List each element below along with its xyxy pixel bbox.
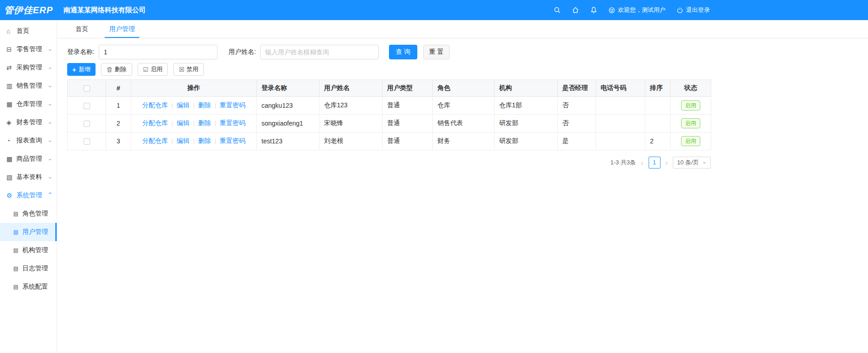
edit-link[interactable]: 编辑 xyxy=(168,137,189,144)
cell-login-name: cangku123 xyxy=(257,97,320,115)
delete-button[interactable]: 删除 xyxy=(101,63,132,76)
sidebar-item-basic-data[interactable]: ▧ 基本资料 ⌄ xyxy=(0,168,57,186)
tab-home[interactable]: 首页 xyxy=(71,20,93,38)
sidebar-item-home[interactable]: ⌂ 首页 xyxy=(0,22,57,40)
reset-button[interactable]: 重 置 xyxy=(423,45,450,59)
cell-sort xyxy=(645,97,671,115)
cell-login-name: test123 xyxy=(257,132,320,150)
sidebar-item-system[interactable]: ⚙ 系统管理 ⌃ xyxy=(0,186,57,205)
cell-user-type: 普通 xyxy=(383,115,433,132)
reset-password-link[interactable]: 重置密码 xyxy=(211,101,245,109)
col-status: 状态 xyxy=(671,80,711,97)
sales-icon: ▥ xyxy=(6,82,16,90)
basic-data-icon: ▧ xyxy=(6,174,16,181)
cell-index: 3 xyxy=(106,132,131,150)
sidebar-item-role-mgmt[interactable]: ▤ 角色管理 xyxy=(0,205,57,223)
select-all-cell xyxy=(68,80,106,97)
col-is-manager: 是否经理 xyxy=(558,80,596,97)
cell-role: 销售代表 xyxy=(433,115,495,132)
sidebar-item-sales[interactable]: ▥ 销售管理 ⌄ xyxy=(0,77,57,95)
reset-password-link[interactable]: 重置密码 xyxy=(211,137,245,144)
sidebar-item-system-config[interactable]: ▤ 系统配置 xyxy=(0,278,57,296)
enable-button[interactable]: ☑ 启用 xyxy=(138,63,168,76)
col-role: 角色 xyxy=(433,80,495,97)
home-icon[interactable] xyxy=(572,6,579,14)
user-name-input[interactable] xyxy=(260,45,379,59)
prev-page-button[interactable]: ‹ xyxy=(640,159,644,167)
smile-icon xyxy=(608,7,615,14)
cell-user-name: 宋晓锋 xyxy=(320,115,383,132)
row-checkbox[interactable] xyxy=(84,103,90,109)
reset-password-link[interactable]: 重置密码 xyxy=(211,119,245,126)
assign-warehouse-link[interactable]: 分配仓库 xyxy=(142,137,168,144)
delete-link[interactable]: 删除 xyxy=(189,101,211,109)
cell-sort: 2 xyxy=(645,132,671,150)
users-table: # 操作 登录名称 用户姓名 用户类型 角色 机构 是否经理 电话号码 排序 状… xyxy=(67,79,711,150)
edit-link[interactable]: 编辑 xyxy=(168,101,189,109)
bell-icon[interactable] xyxy=(590,6,597,14)
enable-button-label: 启用 xyxy=(150,65,162,74)
cell-sort xyxy=(645,115,671,132)
cell-is-manager: 否 xyxy=(558,115,596,132)
row-select-cell xyxy=(68,132,106,150)
sidebar-item-org-mgmt[interactable]: ▤ 机构管理 xyxy=(0,241,57,259)
login-name-input[interactable] xyxy=(99,45,218,59)
table-row: 1 分配仓库编辑删除重置密码 cangku123 仓库123 普通 仓库 仓库1… xyxy=(68,97,711,115)
assign-warehouse-link[interactable]: 分配仓库 xyxy=(142,119,168,126)
sidebar-item-goods[interactable]: ▩ 商品管理 ⌄ xyxy=(0,150,57,168)
page-number-button[interactable]: 1 xyxy=(649,157,660,169)
cell-phone xyxy=(596,115,645,132)
sidebar-item-warehouse[interactable]: ▦ 仓库管理 ⌄ xyxy=(0,95,57,113)
cell-org: 研发部 xyxy=(495,132,558,150)
status-badge: 启用 xyxy=(681,118,700,128)
row-select-cell xyxy=(68,115,106,132)
sidebar-item-label: 采购管理 xyxy=(16,63,48,72)
finance-icon: ◈ xyxy=(6,119,16,126)
assign-warehouse-link[interactable]: 分配仓库 xyxy=(142,101,168,109)
app-layout: ⌂ 首页 ⊟ 零售管理 ⌄ ⇄ 采购管理 ⌄ ▥ 销售管理 ⌄ ▦ 仓库管理 ⌄… xyxy=(0,20,868,353)
tab-user-mgmt[interactable]: 用户管理 xyxy=(105,20,139,38)
select-all-checkbox[interactable] xyxy=(84,85,90,92)
search-icon[interactable] xyxy=(554,6,561,14)
col-index: # xyxy=(106,80,131,97)
chevron-down-icon: ⌄ xyxy=(48,64,53,70)
edit-link[interactable]: 编辑 xyxy=(168,119,189,126)
chevron-up-icon: ⌃ xyxy=(48,192,53,198)
delete-link[interactable]: 删除 xyxy=(189,137,211,144)
doc-icon: ▤ xyxy=(13,247,22,253)
search-button[interactable]: 查 询 xyxy=(389,45,417,59)
sidebar-item-user-mgmt[interactable]: ▤ 用户管理 xyxy=(0,223,57,241)
sidebar-item-retail[interactable]: ⊟ 零售管理 ⌄ xyxy=(0,40,57,58)
sidebar-item-purchase[interactable]: ⇄ 采购管理 ⌄ xyxy=(0,58,57,77)
sidebar-item-finance[interactable]: ◈ 财务管理 ⌄ xyxy=(0,113,57,132)
page-size-select[interactable]: 10 条/页 ⌄ xyxy=(673,157,711,169)
chevron-down-icon: ⌄ xyxy=(48,82,53,88)
disable-button[interactable]: ☒ 禁用 xyxy=(173,63,204,76)
chevron-down-icon: ⌄ xyxy=(48,155,53,161)
row-checkbox[interactable] xyxy=(84,121,90,127)
sidebar-item-label: 零售管理 xyxy=(16,45,48,53)
retail-icon: ⊟ xyxy=(6,46,16,53)
col-phone: 电话号码 xyxy=(596,80,645,97)
main-area: 首页 用户管理 登录名称: 用户姓名: 查 询 重 置 + 新增 xyxy=(57,20,868,353)
doc-icon: ▤ xyxy=(13,265,22,272)
row-checkbox[interactable] xyxy=(84,138,90,145)
col-actions: 操作 xyxy=(131,80,257,97)
doc-icon: ▤ xyxy=(13,211,22,217)
sidebar-item-log-mgmt[interactable]: ▤ 日志管理 xyxy=(0,259,57,278)
sidebar-item-reports[interactable]: ◔ 报表查询 ⌄ xyxy=(0,132,57,150)
logout-button[interactable]: 退出登录 xyxy=(676,6,710,14)
col-user-type: 用户类型 xyxy=(383,80,433,97)
delete-link[interactable]: 删除 xyxy=(189,119,211,126)
add-button-label: 新增 xyxy=(79,65,91,74)
sidebar: ⌂ 首页 ⊟ 零售管理 ⌄ ⇄ 采购管理 ⌄ ▥ 销售管理 ⌄ ▦ 仓库管理 ⌄… xyxy=(0,20,57,353)
sidebar-item-label: 仓库管理 xyxy=(16,100,48,108)
add-button[interactable]: + 新增 xyxy=(67,63,96,76)
plus-icon: + xyxy=(72,66,76,73)
welcome-user[interactable]: 欢迎您，测试用户 xyxy=(608,6,666,14)
sidebar-item-label: 角色管理 xyxy=(22,210,57,218)
col-login-name: 登录名称 xyxy=(257,80,320,97)
check-square-icon: ☑ xyxy=(143,67,149,73)
page-size-value: 10 条/页 xyxy=(677,158,699,167)
next-page-button[interactable]: › xyxy=(665,159,669,167)
